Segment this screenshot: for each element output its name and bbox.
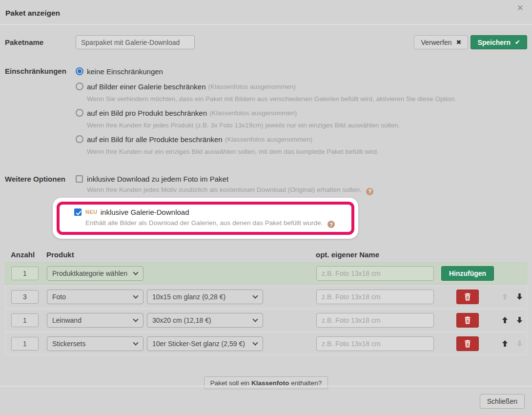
header-anzahl: Anzahl bbox=[11, 250, 38, 259]
discard-x-icon: ✖ bbox=[456, 39, 461, 46]
qty-input[interactable] bbox=[11, 337, 39, 351]
category-select[interactable]: Stickersets bbox=[47, 336, 143, 351]
trash-icon bbox=[464, 340, 471, 348]
gallery-download-option-label: inklusive Galerie-Download bbox=[101, 208, 189, 216]
radio-checked-icon[interactable] bbox=[76, 67, 83, 75]
highlight-annotation: NEU inklusive Galerie-Download Enthält a… bbox=[53, 198, 358, 239]
modal-body: Paketname Verwerfen ✖ Speichern ✔ Einsch… bbox=[0, 35, 532, 389]
restrictions-label: Einschränkungen bbox=[5, 65, 76, 75]
move-up-icon bbox=[501, 293, 509, 301]
modal-footer: Schließen bbox=[0, 386, 532, 415]
modal-title: Paket anzeigen bbox=[0, 0, 532, 18]
restriction-option-note: (Klassenfotos ausgenommen) bbox=[208, 83, 295, 90]
modal-header: Paket anzeigen ✕ bbox=[0, 0, 532, 25]
help-icon[interactable]: ? bbox=[327, 221, 335, 228]
chevron-down-icon bbox=[133, 340, 138, 345]
restriction-option-label: auf ein Bild für alle Produkte beschränk… bbox=[87, 135, 223, 144]
package-name-row: Paketname Verwerfen ✖ Speichern ✔ bbox=[5, 35, 527, 49]
category-select[interactable]: Foto bbox=[47, 290, 143, 304]
chevron-down-icon bbox=[133, 316, 138, 322]
header-actions: Verwerfen ✖ Speichern ✔ bbox=[414, 35, 527, 49]
radio-icon[interactable] bbox=[76, 135, 83, 143]
restriction-option-all-products-line[interactable]: auf ein Bild für alle Produkte beschränk… bbox=[76, 133, 456, 145]
product-row: Stickersets 10er Sticker-Set glanz (2,59… bbox=[5, 332, 527, 355]
discard-button-label: Verwerfen bbox=[421, 39, 451, 46]
gallery-download-option-desc: Enthält alle Bilder als Download der Gal… bbox=[85, 218, 345, 228]
variant-select[interactable]: 30x20 cm (12,18 €) bbox=[147, 313, 263, 328]
product-row: Leinwand 30x20 cm (12,18 €) bbox=[5, 309, 527, 332]
checkbox-icon[interactable] bbox=[76, 175, 83, 183]
custom-name-input[interactable] bbox=[316, 336, 434, 351]
delete-button[interactable] bbox=[456, 313, 479, 328]
restriction-option-label: keine Einschränkungen bbox=[87, 67, 163, 76]
delete-button[interactable] bbox=[456, 290, 479, 304]
move-up-icon[interactable] bbox=[501, 340, 509, 348]
checkbox-checked-icon[interactable] bbox=[74, 208, 82, 216]
close-icon[interactable]: ✕ bbox=[517, 3, 524, 13]
restriction-option-desc: Wenn Sie verhindern möchten, dass ein Pa… bbox=[87, 93, 456, 104]
chevron-down-icon bbox=[252, 293, 258, 298]
category-select[interactable]: Leinwand bbox=[47, 313, 143, 328]
more-options-section: Weitere Optionen inklusive Download zu j… bbox=[5, 173, 527, 195]
restriction-option-none: keine Einschränkungen bbox=[76, 65, 456, 78]
add-product-row: Produktkategorie wählen Hinzufügen bbox=[5, 262, 527, 285]
highlight-ring: NEU inklusive Galerie-Download Enthält a… bbox=[57, 202, 354, 235]
help-icon[interactable]: ? bbox=[366, 188, 373, 195]
qty-input[interactable] bbox=[11, 313, 39, 327]
package-modal: Paket anzeigen ✕ Paketname Verwerfen ✖ S… bbox=[0, 0, 532, 415]
delete-button[interactable] bbox=[456, 336, 479, 351]
chevron-down-icon bbox=[133, 270, 138, 275]
chevron-down-icon bbox=[252, 340, 258, 345]
restriction-option-per-product-line[interactable]: auf ein Bild pro Produkt beschränken (Kl… bbox=[76, 106, 456, 119]
custom-name-input[interactable] bbox=[316, 313, 434, 328]
radio-icon[interactable] bbox=[76, 83, 83, 90]
chevron-down-icon bbox=[252, 316, 258, 322]
restriction-option-per-product: auf ein Bild pro Produkt beschränken (Kl… bbox=[76, 106, 456, 130]
variant-select[interactable]: 10er Sticker-Set glanz (2,59 €) bbox=[147, 336, 263, 351]
category-select[interactable]: Produktkategorie wählen bbox=[47, 266, 143, 281]
product-table: Anzahl Produkt opt. eigener Name Produkt… bbox=[5, 247, 527, 355]
restriction-option-all-products: auf ein Bild für alle Produkte beschränk… bbox=[76, 133, 456, 157]
more-options-label: Weitere Optionen bbox=[5, 173, 76, 183]
save-check-icon: ✔ bbox=[515, 39, 520, 46]
trash-icon bbox=[464, 316, 471, 324]
qty-input[interactable] bbox=[11, 290, 39, 304]
download-option-label: inklusive Download zu jedem Foto im Pake… bbox=[87, 175, 228, 183]
neu-badge: NEU bbox=[85, 209, 98, 215]
chevron-down-icon bbox=[133, 293, 138, 298]
custom-name-input[interactable] bbox=[316, 266, 434, 281]
download-option-line[interactable]: inklusive Download zu jedem Foto im Pake… bbox=[76, 173, 373, 185]
trash-icon bbox=[464, 293, 471, 301]
package-name-input[interactable] bbox=[76, 35, 195, 49]
discard-button[interactable]: Verwerfen ✖ bbox=[414, 35, 468, 49]
move-up-icon[interactable] bbox=[501, 316, 509, 324]
restrictions-options: keine Einschränkungen auf Bilder einer G… bbox=[76, 65, 456, 159]
move-down-icon[interactable] bbox=[516, 293, 524, 301]
restriction-option-none-line[interactable]: keine Einschränkungen bbox=[76, 65, 456, 78]
variant-select[interactable]: 10x15 cm glanz (0,28 €) bbox=[147, 290, 263, 304]
header-eigener-name: opt. eigener Name bbox=[316, 250, 433, 259]
restrictions-section: Einschränkungen keine Einschränkungen au… bbox=[5, 65, 527, 159]
restriction-option-desc: Wenn Ihre Kunden für jedes Produkt (z.B.… bbox=[87, 119, 456, 130]
gallery-download-option-line[interactable]: NEU inklusive Galerie-Download bbox=[74, 206, 345, 218]
restriction-option-desc: Wenn Ihre Kunden nur ein einziges Bild a… bbox=[87, 145, 456, 157]
header-produkt: Produkt bbox=[46, 250, 143, 259]
save-button[interactable]: Speichern ✔ bbox=[471, 35, 527, 49]
move-down-icon bbox=[516, 340, 524, 348]
restriction-option-label: auf Bilder einer Galerie beschränken bbox=[87, 83, 205, 91]
close-button[interactable]: Schließen bbox=[480, 394, 525, 409]
restriction-option-gallery-line[interactable]: auf Bilder einer Galerie beschränken (Kl… bbox=[76, 80, 456, 93]
add-qty-input[interactable] bbox=[11, 267, 39, 280]
download-option-desc: Wenn Ihre Kunden jedes Motiv zusätzlich … bbox=[87, 185, 373, 195]
restriction-option-gallery: auf Bilder einer Galerie beschränken (Kl… bbox=[76, 80, 456, 104]
package-name-label: Paketname bbox=[5, 38, 76, 46]
radio-icon[interactable] bbox=[76, 109, 83, 117]
custom-name-input[interactable] bbox=[316, 290, 434, 304]
add-button[interactable]: Hinzufügen bbox=[441, 266, 494, 281]
more-options-list: inklusive Download zu jedem Foto im Pake… bbox=[76, 173, 373, 195]
move-down-icon[interactable] bbox=[516, 316, 524, 324]
product-row: Foto 10x15 cm glanz (0,28 €) bbox=[5, 286, 527, 308]
save-button-label: Speichern bbox=[477, 39, 511, 46]
restriction-option-note: (Klassenfotos ausgenommen) bbox=[209, 109, 297, 117]
table-header-row: Anzahl Produkt opt. eigener Name bbox=[5, 247, 527, 262]
